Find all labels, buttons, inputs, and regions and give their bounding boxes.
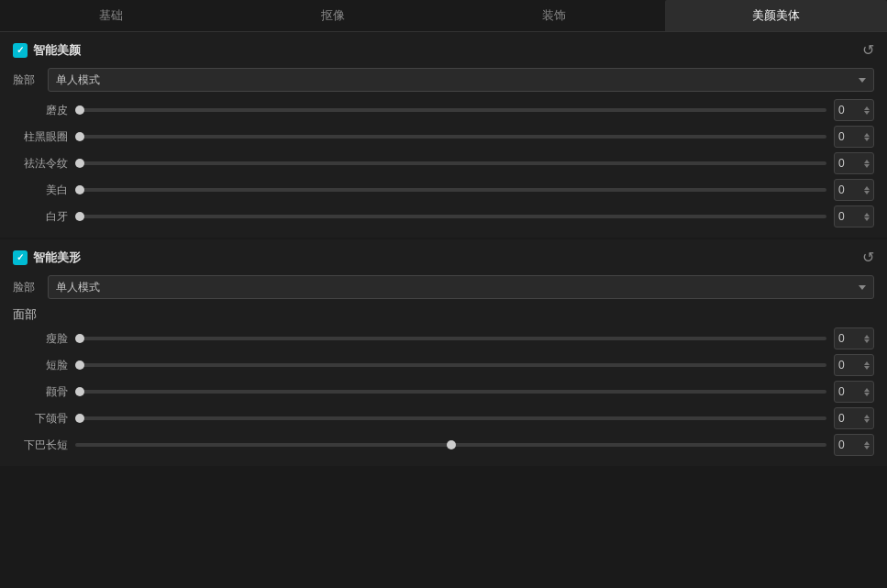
value-arrows-zhimei [864, 133, 870, 141]
value-num-gugu: 0 [838, 385, 845, 398]
arrow-down-meibai[interactable] [864, 191, 870, 194]
value-box-meibai: 0 [834, 179, 874, 201]
tab-beauty[interactable]: 美颜美体 [665, 0, 887, 31]
slider-label-fafa: 祛法令纹 [13, 156, 68, 172]
arrow-up-duanlian[interactable] [864, 361, 870, 365]
value-arrows-mopi [864, 106, 870, 115]
slider-track-duanlian[interactable] [75, 363, 826, 367]
tab-portrait[interactable]: 抠像 [222, 0, 444, 31]
value-arrows-duanlian [864, 361, 870, 370]
slider-track-baiya[interactable] [75, 215, 826, 218]
beauty-shape-reset-icon[interactable]: ↺ [862, 249, 874, 266]
value-box-mopi: 0 [834, 99, 874, 121]
slider-label-dulian: 瘦脸 [13, 331, 68, 347]
section-beauty-face-title: ✓ 智能美颜 [13, 42, 81, 59]
slider-row-dulian: 瘦脸 0 [13, 327, 874, 349]
arrow-down-zhimei[interactable] [864, 138, 870, 141]
value-num-xiagu: 0 [838, 412, 845, 425]
slider-label-xiagu: 下颌骨 [13, 411, 68, 427]
slider-thumb-baiya[interactable] [75, 212, 84, 221]
beauty-face-reset-icon[interactable]: ↺ [862, 41, 874, 59]
slider-thumb-meibai[interactable] [75, 185, 84, 194]
tab-overlay[interactable]: 装饰 [444, 0, 666, 31]
slider-label-baiya: 白牙 [13, 209, 68, 225]
arrow-up-fafa[interactable] [864, 160, 870, 163]
beauty-shape-check-icon[interactable]: ✓ [13, 250, 28, 265]
section-beauty-face-header: ✓ 智能美颜 ↺ [13, 41, 874, 59]
arrow-down-dulian[interactable] [864, 339, 870, 343]
slider-track-xiagu[interactable] [75, 416, 826, 420]
arrow-up-gugu[interactable] [864, 388, 870, 392]
value-arrows-fafa [864, 160, 870, 168]
value-num-mopi: 0 [838, 104, 845, 116]
arrow-down-mopi[interactable] [864, 111, 870, 115]
slider-track-mopi[interactable] [75, 108, 826, 112]
beauty-face-check-icon[interactable]: ✓ [13, 43, 28, 58]
arrow-down-xiagu[interactable] [864, 419, 870, 423]
beauty-shape-title-text: 智能美形 [33, 250, 81, 266]
beauty-shape-chevron-icon [859, 285, 866, 290]
arrow-up-zhimei[interactable] [864, 133, 870, 137]
slider-label-meibai: 美白 [13, 183, 68, 198]
value-num-duanlian: 0 [838, 359, 845, 372]
value-box-dulian: 0 [834, 327, 874, 349]
slider-thumb-fafa[interactable] [75, 159, 84, 168]
slider-row-meibai: 美白 0 [13, 179, 874, 201]
slider-thumb-mopi[interactable] [75, 105, 84, 115]
slider-thumb-xiagu[interactable] [75, 414, 84, 423]
beauty-shape-face-label: 脸部 [13, 280, 40, 295]
arrow-up-xiagu[interactable] [864, 415, 870, 418]
value-num-baiya: 0 [838, 210, 845, 223]
beauty-face-chevron-icon [859, 78, 866, 83]
value-box-xiagu: 0 [834, 407, 874, 429]
slider-label-duanlian: 短脸 [13, 358, 68, 373]
value-num-xiabacd: 0 [838, 438, 845, 451]
value-box-gugu: 0 [834, 381, 874, 403]
value-num-meibai: 0 [838, 183, 845, 196]
tab-basic[interactable]: 基础 [0, 0, 222, 31]
slider-row-xiabacd: 下巴长短 0 [13, 434, 874, 456]
section-beauty-shape-title: ✓ 智能美形 [13, 250, 81, 266]
value-box-duanlian: 0 [834, 354, 874, 376]
arrow-up-meibai[interactable] [864, 186, 870, 190]
value-arrows-dulian [864, 335, 870, 343]
slider-track-dulian[interactable] [75, 337, 826, 340]
beauty-shape-dropdown[interactable]: 单人模式 [48, 275, 874, 299]
value-box-zhimei: 0 [834, 126, 874, 148]
section-beauty-face: ✓ 智能美颜 ↺ 脸部 单人模式 磨皮 0 [0, 32, 887, 238]
face-sub-label: 面部 [13, 306, 874, 323]
section-beauty-shape-header: ✓ 智能美形 ↺ [13, 249, 874, 266]
beauty-shape-dropdown-value: 单人模式 [56, 280, 100, 295]
arrow-down-gugu[interactable] [864, 393, 870, 396]
arrow-up-xiabacd[interactable] [864, 441, 870, 445]
slider-thumb-dulian[interactable] [75, 334, 84, 343]
arrow-down-xiabacd[interactable] [864, 446, 870, 449]
slider-track-gugu[interactable] [75, 390, 826, 394]
slider-thumb-duanlian[interactable] [75, 361, 84, 370]
value-arrows-gugu [864, 388, 870, 396]
arrow-down-duanlian[interactable] [864, 366, 870, 370]
value-arrows-baiya [864, 213, 870, 221]
slider-track-fafa[interactable] [75, 161, 826, 165]
arrow-up-mopi[interactable] [864, 106, 870, 110]
slider-track-zhimei[interactable] [75, 135, 826, 139]
slider-track-meibai[interactable] [75, 188, 826, 192]
value-num-dulian: 0 [838, 332, 845, 345]
arrow-up-baiya[interactable] [864, 213, 870, 216]
value-box-fafa: 0 [834, 152, 874, 174]
beauty-shape-dropdown-row: 脸部 单人模式 [13, 275, 874, 299]
arrow-down-fafa[interactable] [864, 164, 870, 168]
slider-thumb-xiabacd[interactable] [447, 440, 456, 449]
slider-track-xiabacd[interactable] [75, 443, 826, 447]
arrow-up-dulian[interactable] [864, 335, 870, 338]
slider-label-xiabacd: 下巴长短 [13, 438, 68, 453]
slider-thumb-gugu[interactable] [75, 387, 84, 396]
slider-label-mopi: 磨皮 [13, 103, 68, 118]
slider-thumb-zhimei[interactable] [75, 132, 84, 141]
arrow-down-baiya[interactable] [864, 217, 870, 221]
value-arrows-xiabacd [864, 441, 870, 449]
value-arrows-meibai [864, 186, 870, 194]
section-beauty-shape: ✓ 智能美形 ↺ 脸部 单人模式 面部 瘦脸 0 [0, 239, 887, 466]
beauty-face-dropdown[interactable]: 单人模式 [48, 68, 874, 92]
slider-label-zhimei: 柱黑眼圈 [13, 129, 68, 145]
